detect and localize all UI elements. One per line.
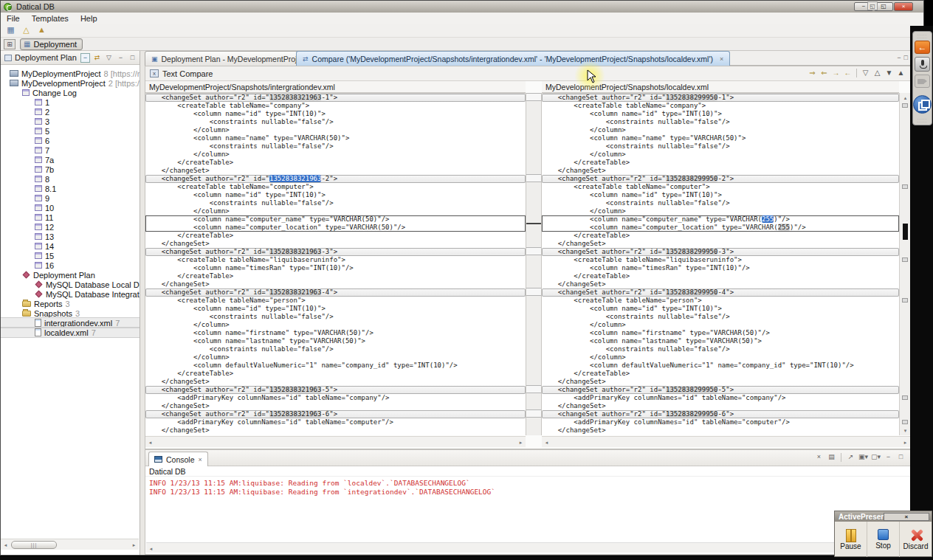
right-compare-pane[interactable]: <changeSet author="r2" id="1352838299950… — [542, 93, 899, 435]
next-change-icon[interactable]: ▼ — [884, 68, 894, 77]
console-output[interactable]: INFO 1/23/13 11:15 AM:liquibase: Reading… — [145, 477, 910, 496]
tree-item-11[interactable]: 11 — [1, 212, 140, 222]
deploy-warning-icon[interactable]: △ — [20, 24, 32, 36]
tree-item-mysql-database-integration-d[interactable]: MySQL Database Integration D — [1, 289, 140, 299]
camera-button[interactable] — [915, 75, 930, 88]
tree-item-15[interactable]: 15 — [1, 251, 140, 260]
tree-item-intergrationdev.xml[interactable]: intergrationdev.xml7 — [1, 318, 140, 328]
minimize-editor-icon[interactable]: − — [897, 54, 901, 61]
menu-templates[interactable]: Templates — [26, 14, 75, 23]
tree-item-deployment-plan[interactable]: Deployment Plan — [1, 270, 140, 280]
overview-current-marker — [903, 224, 908, 240]
view-menu-icon[interactable]: ▽ — [104, 53, 114, 63]
maximize-view-icon[interactable]: □ — [128, 53, 137, 63]
tree-item-6[interactable]: 6 — [1, 136, 140, 145]
tree-item-5[interactable]: 5 — [1, 126, 140, 136]
close-button[interactable]: × — [894, 2, 913, 11]
pause-button[interactable]: Pause — [835, 522, 867, 557]
tree-item-7b[interactable]: 7b — [1, 165, 140, 174]
collapse-all-icon[interactable]: − — [80, 53, 90, 63]
link-with-editor-icon[interactable]: ⇄ — [92, 53, 102, 63]
minimize-view-icon[interactable]: − — [116, 53, 125, 63]
scroll-right-icon[interactable]: ▸ — [901, 438, 909, 446]
tree-item-3[interactable]: 3 — [1, 117, 140, 126]
tree-item-2[interactable]: 2 — [1, 107, 140, 117]
tree-item-9[interactable]: 9 — [1, 193, 140, 203]
scroll-left-icon[interactable]: ◂ — [147, 545, 155, 553]
grip-handle[interactable]: ·········· — [917, 117, 927, 123]
restore-coolbar-icon[interactable]: ◱ — [867, 1, 878, 10]
scroll-right-icon[interactable]: ▸ — [517, 438, 525, 446]
tree-item-16[interactable]: 16 — [1, 260, 140, 270]
console-hscrollbar[interactable]: ◂ ▸ — [146, 542, 909, 553]
tree-item-1[interactable]: 1 — [1, 97, 140, 107]
scroll-left-icon[interactable]: ◂ — [146, 438, 154, 446]
open-console-icon[interactable]: ↗ — [846, 452, 855, 462]
scroll-up-icon[interactable]: ▴ — [901, 94, 909, 102]
next-difference-icon[interactable]: ▽ — [861, 68, 870, 77]
scroll-left-icon[interactable]: ◂ — [543, 438, 551, 446]
close-icon[interactable]: × — [884, 513, 930, 521]
tree-item-mysql-database-local-dev[interactable]: MySQL Database Local Dev — [1, 280, 140, 289]
tree-item-7a[interactable]: 7a — [1, 155, 140, 165]
editor-tab-2[interactable]: ⇄Compare ('MyDevelopmentProject/Snapshot… — [296, 51, 730, 66]
grip-handle[interactable]: ·········· — [917, 33, 927, 39]
open-console-dropdown-icon[interactable]: ▢▾ — [871, 452, 881, 462]
tree-item-change-log[interactable]: Change Log — [1, 88, 140, 97]
previous-difference-icon[interactable]: △ — [872, 68, 882, 77]
tree-item-localdev.xml[interactable]: localdev.xml7 — [1, 328, 140, 337]
tree-item-10[interactable]: 10 — [1, 203, 140, 212]
menu-file[interactable]: File — [1, 14, 26, 23]
scroll-right-icon[interactable]: ▸ — [130, 541, 138, 549]
tree-item-reports[interactable]: Reports3 — [1, 299, 140, 308]
minimize-view-icon[interactable]: − — [884, 452, 893, 462]
scroll-lock-icon[interactable]: ▤ — [827, 452, 836, 462]
scroll-down-icon[interactable]: ▾ — [901, 426, 909, 435]
scrollbar-thumb[interactable]: ||| — [11, 541, 57, 549]
menu-help[interactable]: Help — [75, 14, 103, 23]
discard-button[interactable]: Discard — [900, 522, 932, 557]
compare-toolbar: ⇒⇐→←▽△▼▲ — [808, 68, 906, 77]
left-compare-pane[interactable]: <changeSet author="r2" id="1352838321963… — [145, 93, 526, 435]
datical-grid-icon[interactable]: ▦ — [4, 24, 17, 36]
windows-button[interactable] — [913, 95, 932, 114]
copy-current-left-to-right-icon[interactable]: → — [831, 68, 841, 77]
console-view: Console × ×▤↗▣▾▢▾−□ Datical DB INFO 1/23… — [145, 449, 911, 555]
microphone-button[interactable] — [915, 57, 930, 72]
previous-change-icon[interactable]: ▲ — [896, 68, 906, 77]
tree-item-8.1[interactable]: 8.1 — [1, 184, 140, 193]
copy-all-left-to-right-icon[interactable]: ⇒ — [808, 68, 817, 77]
deploy-icon — [35, 281, 43, 288]
tree-item-14[interactable]: 14 — [1, 241, 140, 251]
tree-item-12[interactable]: 12 — [1, 222, 140, 232]
tree-item-snapshots[interactable]: Snapshots3 — [1, 308, 140, 318]
maximize-view-icon[interactable]: □ — [896, 452, 906, 462]
copy-all-right-to-left-icon[interactable]: ⇐ — [819, 68, 829, 77]
tree-item-13[interactable]: 13 — [1, 232, 140, 241]
tree-item-8[interactable]: 8 — [1, 174, 140, 184]
maximize-editor-icon[interactable]: □ — [904, 54, 908, 61]
display-selected-console-icon[interactable]: ▣▾ — [858, 452, 868, 462]
code-line: </changeSet> — [145, 240, 526, 248]
tree-item-mydeploymentproject[interactable]: MyDeploymentProject8 [https://r2-pc — [1, 69, 140, 78]
left-pane-hscrollbar[interactable]: ◂ ▸ — [145, 436, 526, 447]
back-arrow-button[interactable]: ← — [915, 41, 930, 54]
copy-current-right-to-left-icon[interactable]: ← — [843, 68, 853, 77]
vertical-scrollbar[interactable]: ▴ ▾ — [899, 93, 910, 435]
project-tree[interactable]: MyDeploymentProject8 [https://r2-pcMyDev… — [1, 66, 140, 533]
stop-button[interactable]: Stop — [867, 522, 900, 557]
scroll-left-icon[interactable]: ◂ — [1, 541, 10, 549]
editor-tab-1[interactable]: ▣Deployment Plan - MyDevelopmentProject — [145, 51, 314, 66]
close-tab-icon[interactable]: × — [720, 55, 723, 63]
code-line: <column name="name" type="VARCHAR(50)"> — [542, 134, 899, 142]
tree-item-mydevelopmentproject[interactable]: MyDevelopmentProject2 [https://r2-p — [1, 78, 140, 88]
explorer-horizontal-scrollbar[interactable]: ◂ ||| ▸ — [1, 539, 139, 550]
tree-item-7[interactable]: 7 — [1, 145, 140, 155]
console-tab[interactable]: Console × — [148, 452, 208, 466]
open-perspective-icon[interactable]: ⊞ — [4, 39, 16, 49]
forecast-icon[interactable]: ▲ — [35, 24, 48, 36]
perspective-deployment-button[interactable]: ▦ Deployment — [20, 38, 83, 50]
clear-console-icon[interactable]: × — [814, 452, 824, 462]
right-pane-hscrollbar[interactable]: ◂ ▸ — [542, 436, 910, 447]
close-icon[interactable]: × — [199, 456, 202, 463]
